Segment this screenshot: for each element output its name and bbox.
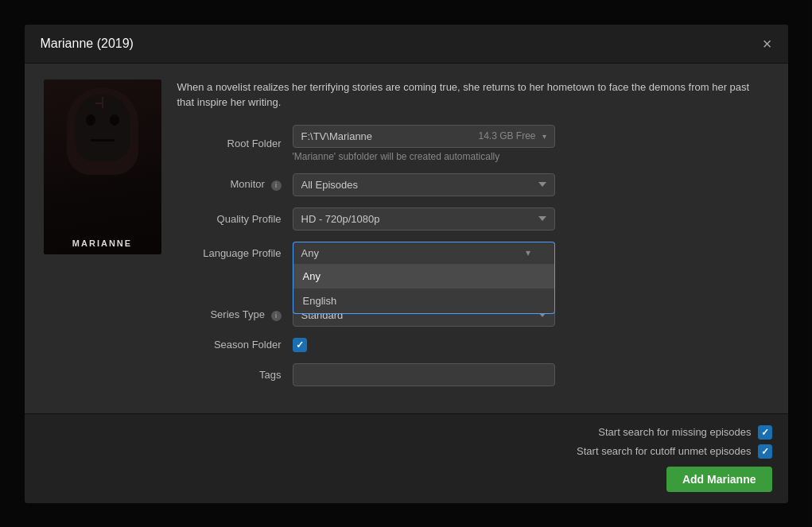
description-text: When a novelist realizes her terrifying … [177, 79, 769, 110]
monitor-label: Monitor i [177, 178, 293, 191]
root-folder-arrow: ▾ [542, 132, 546, 141]
checkmark-icon: ✓ [296, 339, 304, 351]
season-folder-checkbox[interactable]: ✓ [293, 338, 307, 352]
root-folder-row: Root Folder F:\TV\Marianne 14.3 GB Free … [177, 125, 769, 162]
monitor-row: Monitor i All Episodes Future Episodes M… [177, 173, 769, 196]
quality-profile-row: Quality Profile HD - 720p/1080p SD Any U… [177, 207, 769, 231]
language-profile-label: Language Profile [177, 242, 293, 259]
modal-title: Marianne (2019) [41, 37, 134, 51]
add-series-modal: Marianne (2019) × [25, 25, 788, 503]
dropdown-item-any[interactable]: Any [293, 264, 554, 289]
language-profile-row: Language Profile Any Any English [177, 242, 769, 264]
modal-overlay: Marianne (2019) × [0, 0, 812, 527]
quality-profile-label: Quality Profile [177, 213, 293, 225]
dropdown-item-english[interactable]: English [293, 289, 554, 313]
tags-row: Tags [177, 363, 769, 386]
form-section: When a novelist realizes her terrifying … [177, 79, 769, 397]
add-marianne-button[interactable]: Add Marianne [666, 467, 772, 492]
footer-actions: Add Marianne [41, 467, 772, 492]
root-folder-path: F:\TV\Marianne [301, 130, 472, 142]
subfolder-note: 'Marianne' subfolder will be created aut… [293, 151, 555, 162]
cutoff-checkmark-icon: ✓ [761, 446, 769, 457]
series-type-info-icon[interactable]: i [271, 311, 282, 321]
missing-episodes-checkbox[interactable]: ✓ [758, 425, 772, 440]
quality-profile-select[interactable]: HD - 720p/1080p SD Any Ultra-HD [293, 207, 555, 231]
language-profile-selected[interactable]: Any [293, 242, 555, 264]
modal-header: Marianne (2019) × [25, 25, 788, 64]
modal-body: MARIANNE When a novelist realizes her te… [25, 64, 788, 413]
cutoff-unmet-checkbox[interactable]: ✓ [758, 444, 772, 459]
close-button[interactable]: × [763, 36, 772, 52]
cutoff-unmet-option: Start search for cutoff unmet episodes ✓ [577, 444, 771, 459]
root-folder-select[interactable]: F:\TV\Marianne 14.3 GB Free ▾ [293, 125, 555, 148]
season-folder-label: Season Folder [177, 339, 293, 351]
language-profile-list: Any English [293, 264, 555, 314]
footer-options: Start search for missing episodes ✓ Star… [41, 425, 772, 459]
season-folder-checkbox-wrapper[interactable]: ✓ [293, 338, 307, 352]
root-folder-free: 14.3 GB Free [478, 130, 535, 141]
season-folder-row: Season Folder ✓ [177, 338, 769, 352]
language-profile-dropdown[interactable]: Any Any English [293, 242, 555, 264]
monitor-select[interactable]: All Episodes Future Episodes Missing Epi… [293, 173, 555, 196]
cutoff-unmet-label: Start search for cutoff unmet episodes [577, 445, 751, 457]
monitor-info-icon[interactable]: i [271, 180, 282, 191]
series-type-label: Series Type i [177, 308, 293, 321]
modal-footer: Start search for missing episodes ✓ Star… [25, 413, 788, 503]
missing-checkmark-icon: ✓ [761, 427, 769, 438]
missing-episodes-label: Start search for missing episodes [598, 426, 751, 438]
tags-input[interactable] [293, 363, 555, 386]
root-folder-label: Root Folder [177, 138, 293, 149]
missing-episodes-option: Start search for missing episodes ✓ [598, 425, 771, 440]
poster-image: MARIANNE [44, 79, 161, 254]
tags-label: Tags [177, 369, 293, 381]
poster-title: MARIANNE [44, 238, 161, 248]
root-folder-wrapper: F:\TV\Marianne 14.3 GB Free ▾ 'Marianne'… [293, 125, 555, 162]
